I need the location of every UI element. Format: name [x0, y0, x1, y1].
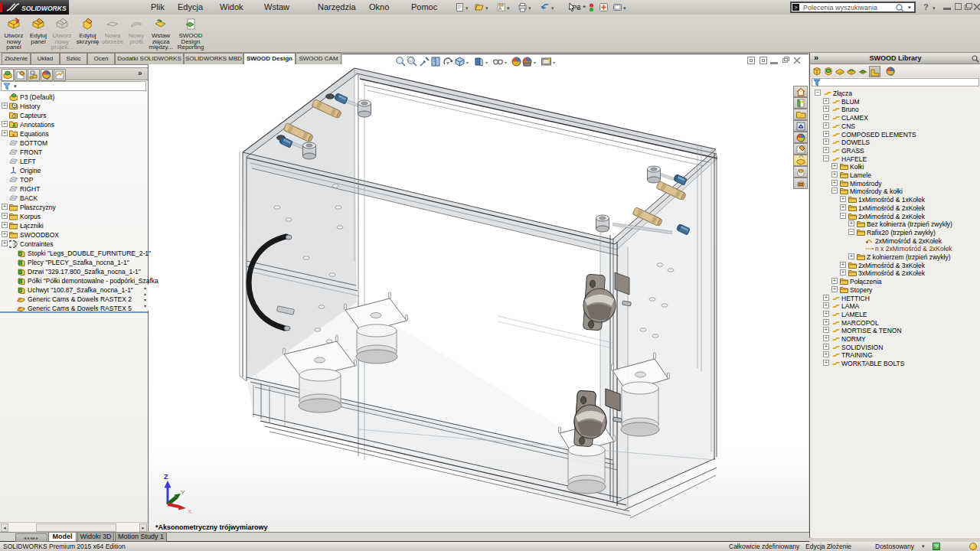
svg-text:A: A	[498, 6, 501, 11]
svg-text:Z: Z	[164, 473, 168, 481]
svg-text:X: X	[188, 508, 192, 515]
svg-text:SOLIDWORKS: SOLIDWORKS	[21, 5, 67, 12]
svg-text:Y: Y	[181, 489, 185, 496]
svg-text:A: A	[12, 122, 16, 128]
